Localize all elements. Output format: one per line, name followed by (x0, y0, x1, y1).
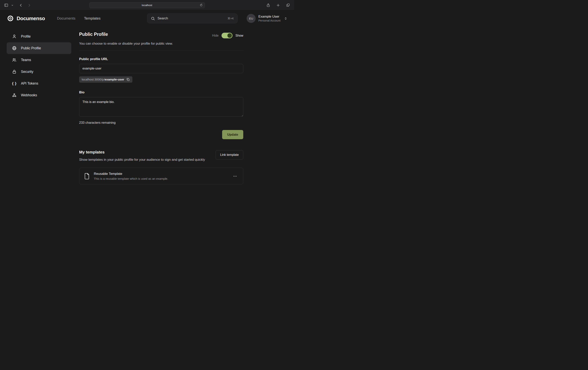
back-button-icon[interactable] (18, 2, 24, 8)
page-subtitle: You can choose to enable or disable your… (79, 42, 243, 46)
public-url-text: localhost:3000/p/example-user (82, 78, 124, 81)
section-divider (79, 51, 243, 51)
content-header: Public Profile Hide Show (79, 32, 243, 38)
brand-logo-link[interactable]: Documenso (7, 15, 45, 22)
hide-label: Hide (212, 34, 219, 37)
public-profile-url-label: Public profile URL (79, 57, 243, 61)
template-name: Reusable Template (94, 172, 168, 176)
sidebar-item-label: API Tokens (21, 82, 38, 86)
settings-content: Public Profile Hide Show You can choose … (79, 30, 243, 185)
brand-name: Documenso (17, 15, 45, 21)
chrome-left-controls (3, 2, 42, 8)
page-title: Public Profile (79, 32, 108, 37)
sidebar-item-security[interactable]: Security (7, 66, 71, 78)
chrome-right-controls (252, 2, 291, 8)
users-icon (12, 58, 17, 62)
toggle-knob (227, 33, 232, 38)
search-placeholder: Search (158, 16, 168, 20)
forward-button-icon[interactable] (26, 2, 32, 8)
public-url-pill: localhost:3000/p/example-user (79, 76, 132, 82)
sidebar-item-label: Security (21, 70, 33, 74)
lock-icon (12, 69, 17, 74)
update-button[interactable]: Update (222, 130, 243, 139)
search-bar[interactable]: Search ⌘+K (147, 13, 238, 23)
address-bar-url: localhost (142, 4, 152, 7)
account-type: Personal Account (258, 19, 281, 22)
sidebar-item-label: Public Profile (21, 46, 41, 50)
webhook-icon (12, 93, 17, 97)
globe-icon (12, 46, 17, 51)
nav-templates[interactable]: Templates (84, 16, 100, 21)
main-nav: Documents Templates (57, 16, 100, 21)
copy-icon[interactable] (126, 78, 130, 81)
my-templates-text: My templates Show templates in your publ… (79, 150, 205, 162)
avatar: EU (247, 14, 256, 23)
sidebar-item-profile[interactable]: Profile (7, 31, 71, 42)
my-templates-title: My templates (79, 150, 205, 154)
my-templates-subtitle: Show templates in your public profile fo… (79, 157, 205, 162)
browser-chrome: localhost (0, 0, 294, 10)
search-icon (151, 16, 155, 21)
sidebar-toggle-icon[interactable] (3, 2, 9, 8)
public-profile-url-input[interactable] (79, 64, 243, 73)
sidebar-item-public-profile[interactable]: Public Profile (7, 42, 71, 54)
sidebar-item-label: Webhooks (21, 93, 37, 97)
sidebar-item-label: Profile (21, 34, 31, 39)
my-templates-header: My templates Show templates in your publ… (79, 150, 243, 162)
avatar-initials: EU (249, 17, 253, 20)
characters-remaining: 233 characters remaining (79, 121, 243, 124)
public-url-slug: example-user (105, 78, 124, 81)
chevron-up-down-icon (284, 17, 287, 20)
template-card[interactable]: Reusable Template This is a reusable tem… (79, 168, 243, 185)
public-url-prefix: localhost:3000/p/ (82, 78, 105, 81)
profile-visibility-toggle[interactable] (221, 33, 232, 38)
sidebar-item-teams[interactable]: Teams (7, 54, 71, 66)
app-header: Documenso Documents Templates Search ⌘+K… (0, 10, 294, 26)
document-file-icon (84, 173, 90, 180)
template-meta: Reusable Template This is a reusable tem… (94, 172, 168, 180)
tab-overview-icon[interactable] (285, 2, 291, 8)
update-row: Update (79, 130, 243, 139)
address-bar[interactable]: localhost (89, 2, 205, 8)
sidebar-item-label: Teams (21, 58, 31, 62)
braces-icon: { } (12, 81, 17, 86)
link-template-button[interactable]: Link template (216, 150, 243, 160)
documenso-logo-icon (7, 15, 14, 22)
template-menu-icon[interactable] (232, 173, 238, 180)
chrome-center: localhost (42, 2, 252, 8)
sidebar-chevron-down-icon[interactable] (10, 3, 14, 7)
sidebar-item-api-tokens[interactable]: { } API Tokens (7, 78, 71, 89)
settings-sidebar: Profile Public Profile Teams Security { … (7, 30, 71, 185)
reload-icon[interactable] (200, 3, 203, 7)
account-name: Example User (258, 14, 281, 19)
account-menu[interactable]: EU Example User Personal Account (247, 14, 287, 23)
template-description: This is a reusable template which is use… (94, 177, 168, 180)
search-shortcut-hint: ⌘+K (228, 17, 234, 20)
nav-documents[interactable]: Documents (57, 16, 75, 21)
bio-textarea[interactable]: This is an example bio. (79, 97, 243, 117)
user-icon (12, 34, 17, 39)
show-label: Show (235, 34, 243, 37)
share-icon[interactable] (265, 2, 271, 8)
app-body: Profile Public Profile Teams Security { … (0, 26, 294, 185)
sidebar-item-webhooks[interactable]: Webhooks (7, 89, 71, 101)
new-tab-icon[interactable] (275, 2, 281, 8)
bio-label: Bio (79, 91, 243, 94)
account-meta: Example User Personal Account (258, 14, 281, 22)
profile-visibility-control: Hide Show (212, 33, 243, 38)
